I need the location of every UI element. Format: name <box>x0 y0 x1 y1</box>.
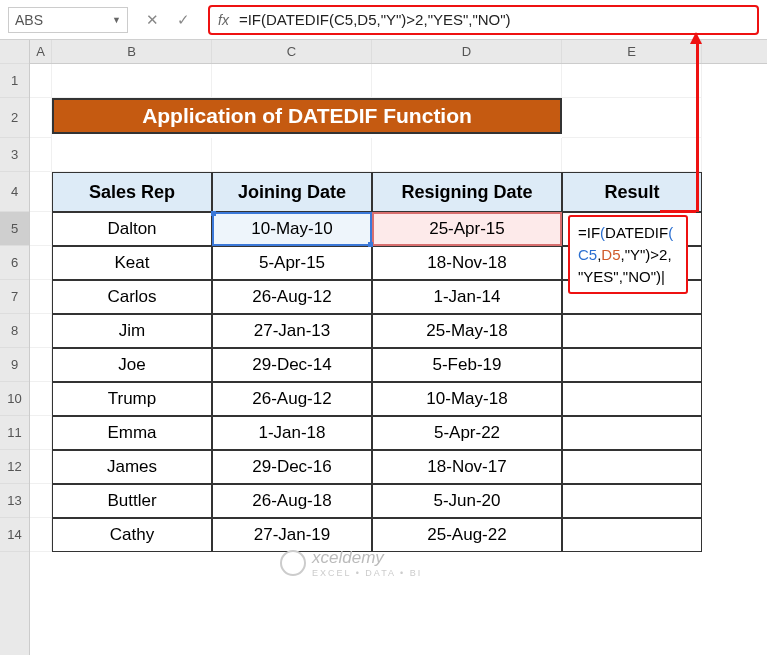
cell[interactable]: 29-Dec-16 <box>212 450 372 484</box>
cell[interactable]: 10-May-18 <box>372 382 562 416</box>
cell[interactable]: 18-Nov-18 <box>372 246 562 280</box>
cell[interactable] <box>562 518 702 552</box>
name-box-value: ABS <box>15 12 112 28</box>
cell[interactable] <box>562 450 702 484</box>
confirm-icon[interactable]: ✓ <box>177 11 190 29</box>
formula-bar[interactable]: fx =IF(DATEDIF(C5,D5,"Y")>2,"YES","NO") <box>208 5 759 35</box>
row-header[interactable]: 12 <box>0 450 29 484</box>
cell[interactable]: Dalton <box>52 212 212 246</box>
cell[interactable] <box>562 348 702 382</box>
cell[interactable] <box>562 314 702 348</box>
row-header[interactable]: 2 <box>0 98 29 138</box>
table-header: Result <box>562 172 702 212</box>
row-header[interactable]: 6 <box>0 246 29 280</box>
table-row: Trump26-Aug-1210-May-18 <box>30 382 767 416</box>
page-title: Application of DATEDIF Function <box>52 98 562 134</box>
col-header[interactable]: E <box>562 40 702 63</box>
row-header[interactable]: 13 <box>0 484 29 518</box>
table-row: Cathy27-Jan-1925-Aug-22 <box>30 518 767 552</box>
cell[interactable]: 26-Aug-12 <box>212 280 372 314</box>
cell[interactable]: 25-Aug-22 <box>372 518 562 552</box>
col-header[interactable]: A <box>30 40 52 63</box>
cell[interactable]: 5-Apr-15 <box>212 246 372 280</box>
col-header[interactable]: B <box>52 40 212 63</box>
cell[interactable]: 27-Jan-19 <box>212 518 372 552</box>
cell[interactable]: 5-Jun-20 <box>372 484 562 518</box>
row-header[interactable]: 10 <box>0 382 29 416</box>
cell[interactable]: Buttler <box>52 484 212 518</box>
table-row: Joe29-Dec-145-Feb-19 <box>30 348 767 382</box>
column-headers: A B C D E <box>30 40 767 64</box>
cancel-icon[interactable]: ✕ <box>146 11 159 29</box>
row-header[interactable]: 14 <box>0 518 29 552</box>
cell[interactable]: 5-Apr-22 <box>372 416 562 450</box>
row-headers: 1 2 3 4 5 6 7 8 9 10 11 12 13 14 <box>0 40 30 655</box>
cell[interactable]: James <box>52 450 212 484</box>
row-header[interactable]: 5 <box>0 212 29 246</box>
chevron-down-icon: ▼ <box>112 15 121 25</box>
row-header[interactable]: 11 <box>0 416 29 450</box>
cell[interactable]: 1-Jan-14 <box>372 280 562 314</box>
cell[interactable]: Keat <box>52 246 212 280</box>
fx-icon: fx <box>218 12 229 28</box>
formula-tooltip: =IF(DATEDIF( C5,D5,"Y")>2, "YES","NO")| <box>568 215 688 294</box>
cell[interactable]: 26-Aug-12 <box>212 382 372 416</box>
arrow-up-icon <box>690 32 702 44</box>
table-row: Emma1-Jan-185-Apr-22 <box>30 416 767 450</box>
name-box[interactable]: ABS ▼ <box>8 7 128 33</box>
callout-arrow <box>696 38 699 212</box>
formula-bar-value: =IF(DATEDIF(C5,D5,"Y")>2,"YES","NO") <box>239 11 749 28</box>
cell[interactable]: Cathy <box>52 518 212 552</box>
cell[interactable]: Carlos <box>52 280 212 314</box>
row-header[interactable]: 1 <box>0 64 29 98</box>
cell[interactable]: 29-Dec-14 <box>212 348 372 382</box>
callout-arrow <box>660 210 696 213</box>
table-row: Jim27-Jan-1325-May-18 <box>30 314 767 348</box>
cell[interactable]: Emma <box>52 416 212 450</box>
cell-selected-c5[interactable]: 10-May-10 <box>212 212 372 246</box>
col-header[interactable]: D <box>372 40 562 63</box>
table-header: Resigning Date <box>372 172 562 212</box>
cell[interactable]: 27-Jan-13 <box>212 314 372 348</box>
cell[interactable]: Trump <box>52 382 212 416</box>
cell-selected-d5[interactable]: 25-Apr-15 <box>372 212 562 246</box>
table-row: James29-Dec-1618-Nov-17 <box>30 450 767 484</box>
row-header[interactable]: 4 <box>0 172 29 212</box>
row-header[interactable]: 7 <box>0 280 29 314</box>
cell[interactable] <box>562 382 702 416</box>
col-header[interactable]: C <box>212 40 372 63</box>
cell[interactable]: 18-Nov-17 <box>372 450 562 484</box>
table-row: Buttler26-Aug-185-Jun-20 <box>30 484 767 518</box>
cell[interactable]: 1-Jan-18 <box>212 416 372 450</box>
cell[interactable]: 5-Feb-19 <box>372 348 562 382</box>
cell[interactable] <box>562 416 702 450</box>
row-header[interactable]: 3 <box>0 138 29 172</box>
row-header[interactable]: 9 <box>0 348 29 382</box>
row-header[interactable]: 8 <box>0 314 29 348</box>
table-header: Sales Rep <box>52 172 212 212</box>
cell[interactable]: Jim <box>52 314 212 348</box>
cell[interactable]: Joe <box>52 348 212 382</box>
table-header: Joining Date <box>212 172 372 212</box>
cell[interactable]: 26-Aug-18 <box>212 484 372 518</box>
cell[interactable] <box>562 484 702 518</box>
cell[interactable]: 25-May-18 <box>372 314 562 348</box>
